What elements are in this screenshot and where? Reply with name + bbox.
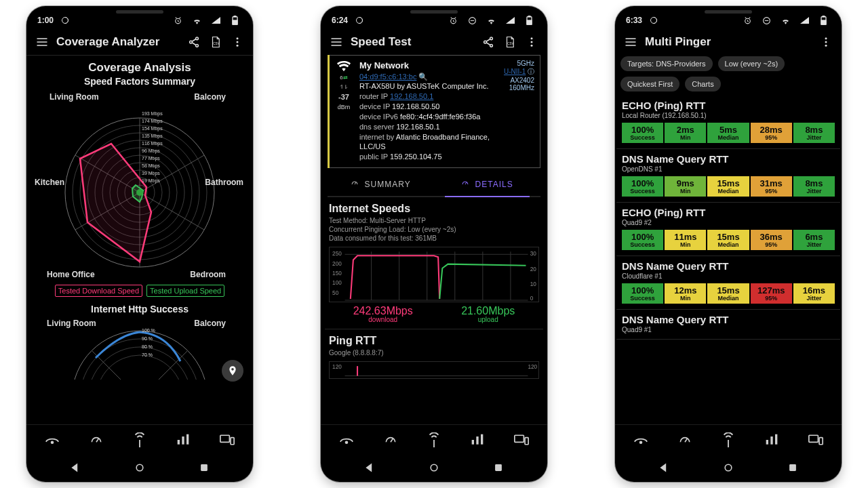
unii-link[interactable]: U-NII-1 xyxy=(504,68,526,75)
svg-text:100: 100 xyxy=(332,281,342,287)
chip-charts[interactable]: Charts xyxy=(685,77,720,92)
pinger-cell: 15msMedian xyxy=(707,176,749,197)
tab-devices-icon[interactable] xyxy=(508,430,535,449)
svg-rect-40 xyxy=(186,434,189,445)
svg-point-43 xyxy=(136,464,143,471)
speaker-notch xyxy=(705,10,752,14)
alarm-icon xyxy=(740,13,755,28)
dnd-icon xyxy=(759,13,774,28)
tab-stats-icon[interactable] xyxy=(464,430,491,449)
tab-scan-icon[interactable] xyxy=(39,430,66,449)
tab-devices-icon[interactable] xyxy=(802,430,829,449)
svg-text:20: 20 xyxy=(530,266,537,272)
router-ip-link[interactable]: 192.168.50.1 xyxy=(390,92,433,100)
tab-stats-icon[interactable] xyxy=(758,430,785,449)
download-value: 242.63Mbps xyxy=(353,305,413,317)
tab-devices-icon[interactable] xyxy=(214,430,241,449)
tab-stats-icon[interactable] xyxy=(170,430,197,449)
nav-home-icon[interactable] xyxy=(718,460,738,475)
pinger-cell: 6msJitter xyxy=(793,230,835,250)
axis-label: Bathroom xyxy=(205,178,243,187)
nav-recents-icon[interactable] xyxy=(488,460,509,475)
tab-scan-icon[interactable] xyxy=(333,430,360,449)
pinger-block[interactable]: DNS Name Query RTTOpenDNS #1100%Success9… xyxy=(622,153,835,197)
bottom-tab-bar xyxy=(321,424,547,455)
svg-text:200: 200 xyxy=(332,261,342,267)
svg-rect-84 xyxy=(525,438,528,445)
info-icon[interactable]: ⓘ xyxy=(528,68,534,75)
chip-targets[interactable]: Targets: DNS-Providers xyxy=(620,56,713,71)
nav-back-icon[interactable] xyxy=(654,460,674,475)
nav-recents-icon[interactable] xyxy=(783,460,803,475)
svg-point-102 xyxy=(725,464,732,471)
chip-frequency[interactable]: Low (every ~2s) xyxy=(718,56,785,71)
tab-router-icon[interactable] xyxy=(126,430,153,449)
nav-recents-icon[interactable] xyxy=(194,460,214,475)
share-icon[interactable] xyxy=(186,35,201,49)
battery-icon xyxy=(816,13,831,28)
pinger-block[interactable]: ECHO (Ping) RTTQuad9 #2100%Success11msMi… xyxy=(622,207,835,250)
svg-rect-99 xyxy=(775,434,777,445)
locate-fab[interactable] xyxy=(222,360,243,382)
nav-back-icon[interactable] xyxy=(65,460,85,475)
chipset-label: AX2402 xyxy=(496,77,534,84)
radar-tick: 39 Mbps xyxy=(142,169,163,177)
nav-home-icon[interactable] xyxy=(424,460,444,475)
tab-summary[interactable]: SUMMARY xyxy=(328,172,434,196)
device-ip: 192.168.50.50 xyxy=(392,102,439,110)
wifi-icon xyxy=(778,13,793,28)
svg-rect-97 xyxy=(766,440,768,445)
device-ipv6: fe80::4cf4:9dff:fe96:f36a xyxy=(400,113,480,121)
more-icon[interactable] xyxy=(230,35,245,49)
pinger-block[interactable]: DNS Name Query RTTQuad9 #1 xyxy=(622,314,835,333)
svg-rect-38 xyxy=(178,440,180,445)
page-title: Multi Pinger xyxy=(645,35,812,49)
tab-router-icon[interactable] xyxy=(715,430,742,449)
svg-text:120: 120 xyxy=(332,364,342,370)
csv-export-icon[interactable]: CSV xyxy=(208,35,223,49)
tab-gauge-icon[interactable] xyxy=(377,430,404,449)
share-icon[interactable] xyxy=(481,35,496,49)
menu-icon[interactable] xyxy=(35,35,50,49)
nav-back-icon[interactable] xyxy=(359,460,380,475)
radar-chart-http: Living Room Balcony 100 % 90 % 80 % 70 % xyxy=(35,319,245,380)
pinger-subtitle: Quad9 #2 xyxy=(622,219,835,226)
tab-gauge-icon[interactable] xyxy=(83,430,110,449)
pinger-cells: 100%Success2msMin5msMedian28ms95%8msJitt… xyxy=(622,123,835,143)
svg-rect-39 xyxy=(182,436,184,445)
mac-link[interactable]: 04:d9:f5:c6:13:bc xyxy=(359,73,416,81)
alarm-icon xyxy=(446,13,460,28)
nav-home-icon[interactable] xyxy=(130,460,150,475)
svg-point-57 xyxy=(531,45,533,47)
tab-router-icon[interactable] xyxy=(420,430,448,449)
pinger-title: ECHO (Ping) RTT xyxy=(622,207,835,218)
svg-marker-28 xyxy=(80,144,151,262)
pinger-block[interactable]: DNS Name Query RTTCloudflare #1100%Succe… xyxy=(622,260,835,304)
wifi-icon xyxy=(484,13,498,28)
pinger-cell: 12msMin xyxy=(665,283,706,304)
menu-icon[interactable] xyxy=(329,35,344,49)
tab-gauge-icon[interactable] xyxy=(671,430,698,449)
wifi-icon xyxy=(189,13,204,28)
gauge-icon xyxy=(461,179,469,187)
battery-icon xyxy=(227,13,242,28)
tab-scan-icon[interactable] xyxy=(627,430,654,449)
csv-export-icon[interactable]: CSV xyxy=(502,35,517,49)
speed-result-row: 242.63Mbpsdownload 21.60Mbpsupload xyxy=(329,305,539,323)
svg-text:0: 0 xyxy=(530,296,534,302)
more-icon[interactable] xyxy=(524,35,539,49)
svg-rect-98 xyxy=(771,436,773,445)
app-bar: Multi Pinger xyxy=(615,28,842,55)
signal-icon xyxy=(797,13,812,28)
more-icon[interactable] xyxy=(818,35,833,49)
status-bar: 1:00 xyxy=(26,6,253,28)
tab-details[interactable]: DETAILS xyxy=(434,172,540,196)
status-time: 6:33 xyxy=(626,16,642,25)
search-icon[interactable]: 🔍 xyxy=(418,73,428,81)
pinger-cell: 28ms95% xyxy=(751,123,792,143)
svg-rect-44 xyxy=(201,464,208,471)
menu-icon[interactable] xyxy=(623,35,638,49)
pinger-block[interactable]: ECHO (Ping) RTTLocal Router (192.168.50.… xyxy=(622,100,835,143)
chip-sort[interactable]: Quickest First xyxy=(620,77,679,92)
signal-icon xyxy=(502,13,517,28)
